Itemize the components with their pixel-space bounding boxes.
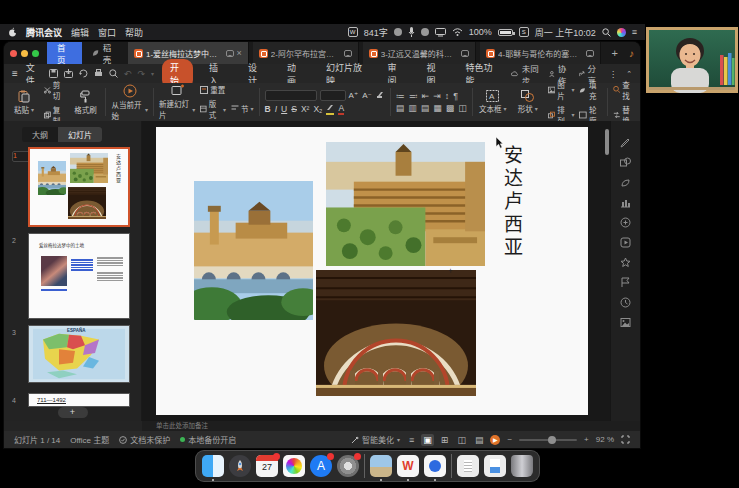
font-size-select[interactable] xyxy=(320,90,346,101)
reading-view-button[interactable]: ◫ xyxy=(455,434,468,446)
add-slide-button[interactable]: + xyxy=(58,407,88,418)
photo-cordoba-bridge[interactable] xyxy=(194,181,313,320)
shrink-font-button[interactable]: A⁻ xyxy=(362,91,372,100)
text-direction-icon[interactable]: ¶ xyxy=(453,91,458,101)
columns-icon[interactable]: ◫ xyxy=(458,103,467,113)
outdent-icon[interactable]: ⇤ xyxy=(422,91,430,101)
slide-scrollbar-thumb[interactable] xyxy=(605,129,609,155)
font-family-select[interactable] xyxy=(265,90,317,101)
fill-button[interactable]: 填充 xyxy=(579,79,601,101)
shape-button[interactable]: 形状▾ xyxy=(513,90,543,114)
close-tab-icon[interactable]: × xyxy=(237,48,242,58)
minimize-window-button[interactable] xyxy=(21,50,28,57)
subscript-button[interactable]: X₂ xyxy=(313,104,322,114)
calendar-dock-icon[interactable]: 27 xyxy=(256,455,278,477)
grow-font-button[interactable]: A⁺ xyxy=(349,91,359,100)
print-preview-icon[interactable] xyxy=(109,69,118,78)
justify-icon[interactable]: ▦ xyxy=(433,103,442,113)
speaker-notes-bar[interactable]: 单击此处添加备注 xyxy=(142,421,640,431)
textbox-button[interactable]: A 文本框▾ xyxy=(478,90,508,114)
zoom-window-button[interactable] xyxy=(32,50,39,57)
menu-item-edit[interactable]: 编辑 xyxy=(71,26,89,39)
slide-view-button[interactable]: ▣ xyxy=(421,434,434,446)
fit-slide-icon[interactable] xyxy=(621,435,630,444)
history-panel-icon[interactable] xyxy=(620,297,631,308)
bold-button[interactable]: B xyxy=(265,104,271,114)
menu-item-help[interactable]: 帮助 xyxy=(125,26,143,39)
paste-button[interactable]: 粘贴▾ xyxy=(9,90,39,115)
screen-share-icon[interactable] xyxy=(435,28,446,37)
photo-mezquita-aerial[interactable] xyxy=(326,142,485,266)
document-protection-status[interactable]: 文档未保护 xyxy=(119,434,170,445)
menubar-clock[interactable]: 周一 上午10:02 xyxy=(535,26,596,39)
underline-button[interactable]: U xyxy=(281,104,287,114)
find-button[interactable]: 查找 xyxy=(613,79,635,101)
cut-button[interactable]: 剪切 xyxy=(44,79,65,101)
wifi-icon[interactable] xyxy=(452,28,463,36)
italic-button[interactable]: I xyxy=(275,104,277,114)
documents-stack-dock-icon[interactable] xyxy=(457,455,479,477)
close-window-button[interactable] xyxy=(10,50,17,57)
color-fill-panel-icon[interactable] xyxy=(620,177,631,188)
comment-bubble-icon[interactable] xyxy=(344,50,352,57)
align-right-icon[interactable]: ▤ xyxy=(421,103,430,113)
smart-beautify-button[interactable]: 智能美化▾ xyxy=(351,434,400,445)
shapes-panel-icon[interactable] xyxy=(620,157,631,168)
tencent-meeting-dock-icon[interactable] xyxy=(424,455,446,477)
main-menu-icon[interactable]: ≡ xyxy=(12,68,18,79)
save-icon[interactable] xyxy=(49,69,58,78)
slide-canvas[interactable]: 安达卢西亚 ﹢ xyxy=(156,127,588,415)
menu-app-name[interactable]: 腾讯会议 xyxy=(26,26,62,39)
normal-view-button[interactable]: ≡ xyxy=(407,434,416,446)
numbered-list-icon[interactable]: ≕ xyxy=(409,91,418,101)
new-slide-button[interactable]: 新建幻灯片▾ xyxy=(159,84,195,120)
star-panel-icon[interactable] xyxy=(620,257,631,268)
theme-name[interactable]: Office 主题 xyxy=(70,434,109,445)
qat-dropdown-icon[interactable]: ▾ xyxy=(151,70,154,77)
comment-bubble-icon[interactable] xyxy=(461,50,469,57)
wps-dock-icon[interactable]: W xyxy=(397,455,419,477)
comment-bubble-icon[interactable] xyxy=(586,50,594,57)
zoom-slider[interactable] xyxy=(519,439,577,441)
new-document-tab-button[interactable]: + xyxy=(605,47,625,59)
format-painter-button[interactable]: 格式刷 xyxy=(70,90,100,115)
sync-status[interactable]: 未同步 xyxy=(511,62,540,86)
smart-assistant-icon[interactable] xyxy=(620,217,631,228)
superscript-button[interactable]: X² xyxy=(301,104,310,114)
notification-bell-icon[interactable]: ♪ xyxy=(629,48,634,59)
meeting-status-icon[interactable] xyxy=(394,28,402,36)
zoom-in-button[interactable]: + xyxy=(584,435,589,444)
font-color-button[interactable]: A xyxy=(338,103,344,115)
flag-panel-icon[interactable] xyxy=(620,277,631,288)
slide-title-vertical[interactable]: 安达卢西亚 xyxy=(499,145,526,260)
zoom-percent[interactable]: 92 % xyxy=(596,435,614,444)
distribute-icon[interactable]: ▩ xyxy=(446,103,455,113)
webcam-video[interactable] xyxy=(646,27,738,93)
slide-sorter-view-button[interactable]: ⊞ xyxy=(439,434,451,446)
slides-view-tab[interactable]: 幻灯片 xyxy=(58,127,102,142)
text-highlight-button[interactable] xyxy=(326,103,334,115)
comment-bubble-icon[interactable] xyxy=(226,50,234,57)
undo-icon[interactable]: ↶ xyxy=(124,69,132,79)
print-icon[interactable] xyxy=(94,69,103,78)
more-options-icon[interactable]: ⋮ xyxy=(609,69,618,79)
chart-panel-icon[interactable] xyxy=(620,197,631,208)
play-from-current-button[interactable]: 从当前开始▾ xyxy=(111,84,147,121)
image-panel-icon[interactable] xyxy=(620,317,631,328)
outline-view-tab[interactable]: 大纲 xyxy=(22,127,58,142)
settings-dock-icon[interactable] xyxy=(337,455,359,477)
redo-icon[interactable]: ↷ xyxy=(137,69,145,79)
slide-1-thumbnail[interactable]: 安达卢西亚 xyxy=(28,147,130,227)
undo-history-icon[interactable] xyxy=(79,69,88,78)
picture-button[interactable]: 图片▾ xyxy=(548,79,575,101)
reset-button[interactable]: 重置 xyxy=(200,84,226,95)
spotlight-search-icon[interactable] xyxy=(602,28,611,37)
collapse-ribbon-icon[interactable]: ⌃ xyxy=(626,70,632,78)
finder-dock-icon[interactable] xyxy=(202,455,224,477)
local-backup-status[interactable]: 本地备份开启 xyxy=(180,434,236,445)
photo-mezquita-arches[interactable] xyxy=(316,270,476,396)
launchpad-dock-icon[interactable] xyxy=(229,455,251,477)
media-panel-icon[interactable] xyxy=(620,237,631,248)
slide-2-thumbnail[interactable]: 爱丝梅拉达梦中的土地 xyxy=(28,233,130,319)
line-spacing-icon[interactable]: ↕ xyxy=(445,91,450,101)
